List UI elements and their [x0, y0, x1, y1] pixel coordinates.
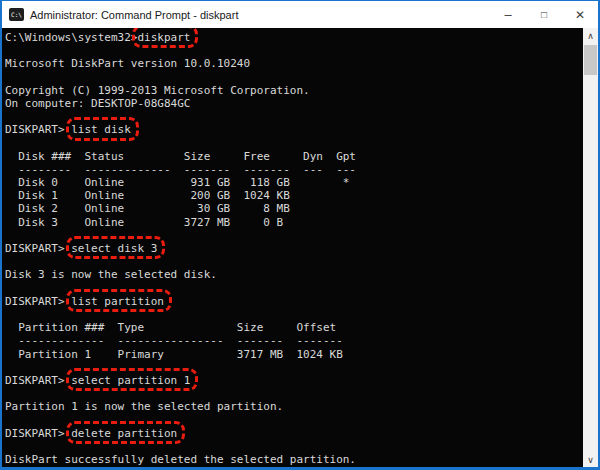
window-body: C:\Windows\system32>diskpart Microsoft D…: [2, 28, 598, 467]
scrollbar-thumb[interactable]: [584, 45, 597, 75]
console-output[interactable]: C:\Windows\system32>diskpart Microsoft D…: [2, 28, 583, 467]
partition-table-header: Partition ### Type Size Offset: [5, 321, 583, 334]
console-line: [5, 308, 583, 321]
prompt-text: DISKPART>: [5, 374, 71, 387]
console-line: Microsoft DiskPart version 10.0.10240: [5, 57, 583, 70]
title-bar[interactable]: C:\ Administrator: Command Prompt - disk…: [2, 1, 598, 28]
console-line: [5, 282, 583, 295]
annotated-command-list-partition: list partition: [71, 295, 164, 308]
console-command-line: DISKPART> list partition: [5, 295, 583, 308]
console-line: Disk 3 is now the selected disk.: [5, 268, 583, 281]
console-line: [5, 71, 583, 84]
annotated-command-select-disk: select disk 3: [71, 242, 157, 255]
window-controls: – □ ✕: [490, 1, 598, 28]
console-line: Copyright (C) 1999-2013 Microsoft Corpor…: [5, 84, 583, 97]
disk-table-row: Disk 2 Online 30 GB 8 MB: [5, 202, 583, 215]
disk-table-row: Disk 3 Online 3727 MB 0 B: [5, 216, 583, 229]
cmd-icon[interactable]: C:\: [9, 8, 24, 21]
maximize-button[interactable]: □: [526, 1, 562, 28]
disk-table-header: Disk ### Status Size Free Dyn Gpt: [5, 150, 583, 163]
console-line: Partition 1 is now the selected partitio…: [5, 400, 583, 413]
disk-table-row: Disk 0 Online 931 GB 118 GB *: [5, 176, 583, 189]
command-prompt-window: C:\ Administrator: Command Prompt - disk…: [0, 0, 600, 470]
console-line: [5, 44, 583, 57]
prompt-text: DISKPART>: [5, 295, 71, 308]
annotated-command-diskpart: diskpart: [137, 31, 190, 44]
console-command-line: DISKPART> select partition 1: [5, 374, 583, 387]
console-line: [5, 387, 583, 400]
disk-table-row: Disk 1 Online 200 GB 1024 KB: [5, 189, 583, 202]
console-line: [5, 110, 583, 123]
console-command-line: DISKPART> select disk 3: [5, 242, 583, 255]
console-command-line: DISKPART> delete partition: [5, 427, 583, 440]
prompt-text: DISKPART>: [5, 242, 71, 255]
console-line: DiskPart successfully deleted the select…: [5, 453, 583, 466]
console-command-line: C:\Windows\system32>diskpart: [5, 31, 583, 44]
prompt-text: DISKPART>: [5, 427, 71, 440]
scroll-up-icon[interactable]: ∧: [583, 28, 598, 43]
console-line: [5, 361, 583, 374]
console-line: [5, 413, 583, 426]
vertical-scrollbar[interactable]: ∧ ∨: [583, 28, 598, 467]
prompt-text: C:\Windows\system32>: [5, 31, 137, 44]
window-title: Administrator: Command Prompt - diskpart: [30, 9, 490, 21]
minimize-button[interactable]: –: [490, 1, 526, 28]
scroll-down-icon[interactable]: ∨: [583, 452, 598, 467]
console-command-line: DISKPART> list disk: [5, 123, 583, 136]
console-line: [5, 137, 583, 150]
console-line: [5, 255, 583, 268]
annotated-command-select-partition: select partition 1: [71, 374, 190, 387]
console-line: [5, 229, 583, 242]
annotated-command-list-disk: list disk: [71, 123, 131, 136]
annotated-command-delete-partition: delete partition: [71, 427, 177, 440]
partition-table-row: Partition 1 Primary 3717 MB 1024 KB: [5, 348, 583, 361]
prompt-text: DISKPART>: [5, 123, 71, 136]
close-button[interactable]: ✕: [562, 1, 598, 28]
partition-table-divider: ------------- ---------------- ------- -…: [5, 334, 583, 347]
console-line: [5, 440, 583, 453]
console-line: On computer: DESKTOP-08G84GC: [5, 97, 583, 110]
disk-table-divider: -------- ------------- ------- ------- -…: [5, 163, 583, 176]
